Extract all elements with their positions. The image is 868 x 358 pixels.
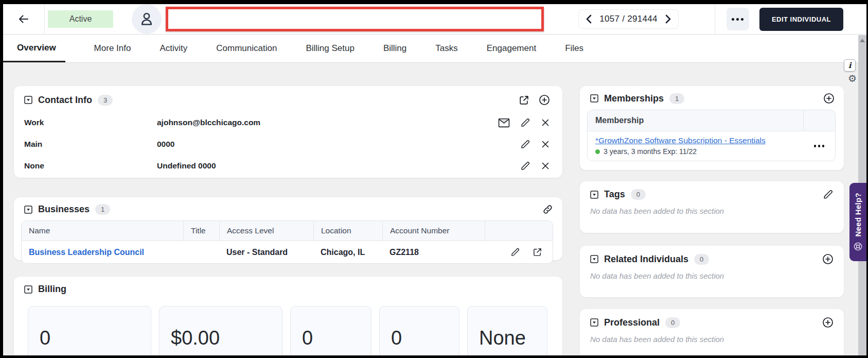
column-header-actions [485,221,553,241]
stat-tax-set: None TAX SET Tax Exempt: No [467,306,547,355]
column-header: Title [183,221,219,241]
contact-value: 0000 [157,140,520,149]
contact-row: Main 0000 [24,133,550,155]
section-title: Billing [38,284,66,295]
link-business-button[interactable] [542,204,553,215]
edit-individual-button[interactable]: EDIT INDIVIDUAL [759,8,843,31]
edit-business-button[interactable] [510,247,520,257]
tab-engagement[interactable]: Engagement [487,35,536,62]
collapse-section-icon[interactable] [24,206,32,214]
contact-label: Main [24,140,157,149]
previous-record-button[interactable] [585,14,593,24]
section-title: Tags [604,189,625,200]
table-row-name-cell: Business Leadership Council [22,241,183,263]
stat-value: 0 [302,327,362,349]
tab-activity[interactable]: Activity [160,35,187,62]
business-link[interactable]: Business Leadership Council [29,248,144,257]
chevron-right-icon [664,14,672,24]
remove-contact-button[interactable] [541,118,550,127]
app-window: Active 1057 / 291444 EDI [3,4,866,355]
collapse-section-icon[interactable] [590,94,598,103]
empty-section-text: No data has been added to this section [587,335,834,344]
column-header: Name [22,221,183,241]
table-row-access-cell: User - Standard [219,241,313,263]
contact-label: Work [24,118,157,127]
back-button[interactable] [3,4,45,34]
add-membership-button[interactable] [823,93,835,104]
record-pager: 1057 / 291444 [578,9,679,29]
table-row-title-cell [183,241,219,263]
need-help-tab[interactable]: Need Help? [849,183,866,261]
collapse-section-icon[interactable] [590,191,598,199]
remove-contact-button[interactable] [541,161,550,171]
need-help-label: Need Help? [854,193,862,237]
stat-balance: $0.00 BALANCE Voluntary: | Credits: $0.0… [159,306,282,355]
edit-contact-button[interactable] [520,117,530,128]
send-email-button[interactable] [498,118,510,128]
info-icon: i [848,61,852,70]
businesses-table: Name Title Access Level Location Account… [21,220,553,264]
stat-payment-profiles: 0 PAYMENT PROFI... [379,306,459,355]
membership-actions-button[interactable] [803,131,835,161]
collapse-section-icon[interactable] [590,318,598,327]
remove-contact-button[interactable] [541,140,550,149]
contact-row: Work ajohnson@blcchicago.com [24,112,550,133]
stat-value: 0 [40,327,141,349]
back-arrow-icon [17,13,30,25]
collapse-section-icon[interactable] [24,285,32,294]
open-external-icon[interactable] [519,95,529,106]
column-header: Membership [588,110,803,131]
edit-contact-button[interactable] [520,161,530,171]
status-badge: Active [48,10,113,28]
settings-button[interactable]: ⚙ [848,74,857,83]
billing-stats: 0 SCHEDULED BILLINGS Next Bill Date: $0.… [24,306,562,355]
add-professional-button[interactable] [822,317,834,328]
section-count-badge: 0 [631,189,646,200]
contact-value: Undefined 0000 [157,161,520,171]
professional-card: Professional 0 No data has been added to… [580,309,844,355]
info-button[interactable]: i [844,59,856,72]
content-area: Contact Info 3 Work ajohnson@blcc [3,63,866,355]
add-contact-info-button[interactable] [539,94,550,106]
life-ring-icon [853,242,863,251]
section-count-badge: 3 [98,95,113,106]
collapse-section-icon[interactable] [590,255,598,263]
tab-overview[interactable]: Overview [3,35,65,62]
empty-section-text: No data has been added to this section [587,271,834,280]
more-actions-button[interactable] [727,8,749,30]
membership-row: *GrowthZone Software Subscription - Esse… [588,131,803,161]
tab-communication[interactable]: Communication [216,35,277,62]
column-header-actions [803,110,835,131]
tab-tasks[interactable]: Tasks [435,35,457,62]
contact-row: None Undefined 0000 [24,155,550,177]
stat-billing-notes: 0 BILLING NOTES Last Date: [290,306,371,355]
stat-value: $0.00 [171,327,273,349]
screenshot-frame: Active 1057 / 291444 EDI [0,0,868,358]
membership-detail: 3 years, 3 months Exp: 11/22 [604,147,697,156]
column-header: Location [313,221,382,241]
contact-value: ajohnson@blcchicago.com [157,118,498,127]
avatar[interactable] [132,4,162,34]
tab-billing[interactable]: Billing [383,35,406,62]
record-position: 1057 / 291444 [599,14,658,24]
tab-billing-setup[interactable]: Billing Setup [306,35,355,62]
edit-tags-button[interactable] [823,189,834,200]
section-title: Professional [604,317,660,328]
section-title: Contact Info [38,95,92,106]
edit-contact-button[interactable] [520,139,530,149]
add-related-individual-button[interactable] [822,253,834,265]
open-business-icon[interactable] [533,247,542,257]
scrollbar-up-icon[interactable] [860,39,865,42]
tab-files[interactable]: Files [565,35,583,62]
billing-card: Billing 0 SCHEDULED BILLINGS Next Bill D… [14,277,562,355]
top-bar: Active 1057 / 291444 EDI [3,4,866,35]
next-record-button[interactable] [664,14,672,24]
name-field-highlight [166,7,544,31]
section-title: Businesses [38,204,90,215]
column-header: Access Level [219,221,313,241]
collapse-section-icon[interactable] [24,96,32,104]
tab-more-info[interactable]: More Info [94,35,131,62]
section-title: Related Individuals [604,254,688,265]
membership-link[interactable]: *GrowthZone Software Subscription - Esse… [595,136,766,145]
ellipsis-icon [732,18,734,21]
